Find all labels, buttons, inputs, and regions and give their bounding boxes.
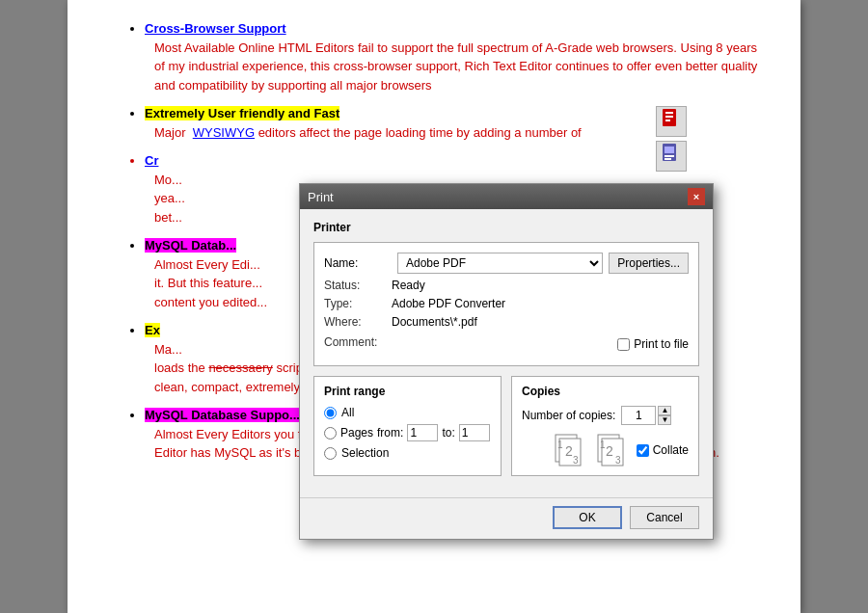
comment-label: Comment:	[324, 335, 392, 349]
collate-label[interactable]: Collate	[637, 443, 689, 457]
print-range-label: Print range	[324, 385, 491, 398]
name-label: Name:	[324, 256, 392, 270]
copies-box: Copies Number of copies: ▲ ▼	[511, 376, 699, 476]
dialog-title: Print	[308, 190, 334, 204]
print-range-copies-row: Print range All Pages from: to:	[313, 376, 699, 476]
svg-text:2: 2	[606, 443, 613, 459]
pages-radio[interactable]	[324, 427, 337, 440]
properties-button[interactable]: Properties...	[609, 253, 689, 274]
from-input[interactable]	[407, 424, 438, 441]
where-value: Documents\*.pdf	[392, 315, 689, 329]
copies-input[interactable]	[621, 406, 656, 425]
spinner-buttons: ▲ ▼	[658, 406, 671, 425]
spinner-down[interactable]: ▼	[658, 415, 671, 425]
printer-section: Name: Adobe PDF Properties... Status: Re…	[313, 242, 699, 366]
type-label: Type:	[324, 297, 392, 310]
from-label: from:	[377, 426, 403, 440]
dialog-close-button[interactable]: ×	[688, 188, 705, 205]
number-of-copies-label: Number of copies:	[522, 409, 615, 422]
printer-section-header: Printer	[313, 221, 699, 234]
selection-row: Selection	[324, 446, 491, 460]
print-range-box: Print range All Pages from: to:	[313, 376, 502, 476]
pages-label: Pages	[340, 426, 373, 440]
ok-button[interactable]: OK	[553, 506, 622, 529]
where-label: Where:	[324, 315, 392, 329]
svg-text:2: 2	[565, 443, 573, 459]
copies-count-row: Number of copies: ▲ ▼	[522, 406, 689, 425]
print-to-file-label[interactable]: Print to file	[617, 337, 689, 351]
all-label: All	[341, 406, 354, 419]
status-value: Ready	[392, 279, 689, 292]
pages-row: Pages from: to:	[324, 424, 491, 441]
dialog-titlebar: Print ×	[300, 184, 713, 209]
print-to-file-row: Print to file	[617, 337, 689, 351]
comment-row: Comment: Print to file	[324, 333, 689, 351]
where-row: Where: Documents\*.pdf	[324, 315, 689, 329]
print-to-file-checkbox[interactable]	[617, 338, 630, 351]
dialog-footer: OK Cancel	[300, 497, 713, 539]
collate-icons: 2 1 3 2 1	[550, 433, 631, 467]
to-label: to:	[442, 426, 454, 440]
all-radio-row: All	[324, 406, 491, 419]
printer-name-row: Name: Adobe PDF Properties...	[324, 253, 689, 274]
dialog-overlay: Print × Printer Name: Adobe PDF Properti…	[0, 0, 868, 613]
selection-label: Selection	[341, 446, 389, 460]
cancel-button[interactable]: Cancel	[630, 506, 699, 529]
svg-text:1: 1	[557, 440, 563, 450]
collate-icon-2: 2 1 3	[592, 433, 631, 467]
type-row: Type: Adobe PDF Converter	[324, 297, 689, 310]
printer-name-select[interactable]: Adobe PDF	[397, 253, 603, 274]
status-row: Status: Ready	[324, 279, 689, 292]
type-value: Adobe PDF Converter	[392, 297, 689, 310]
collate-checkbox[interactable]	[637, 444, 649, 457]
selection-radio[interactable]	[324, 447, 337, 460]
copies-spinner: ▲ ▼	[621, 406, 671, 425]
collate-row: 2 1 3 2 1	[522, 433, 689, 467]
print-dialog: Print × Printer Name: Adobe PDF Properti…	[299, 183, 714, 540]
copies-label: Copies	[522, 385, 689, 398]
to-input[interactable]	[459, 424, 490, 441]
status-label: Status:	[324, 279, 392, 292]
svg-text:3: 3	[615, 455, 621, 466]
all-radio[interactable]	[324, 407, 337, 419]
svg-text:3: 3	[573, 455, 579, 466]
dialog-body: Printer Name: Adobe PDF Properties... St…	[300, 209, 713, 497]
spinner-up[interactable]: ▲	[658, 406, 671, 415]
svg-text:1: 1	[600, 440, 606, 450]
collate-icon-1: 2 1 3	[550, 433, 588, 467]
